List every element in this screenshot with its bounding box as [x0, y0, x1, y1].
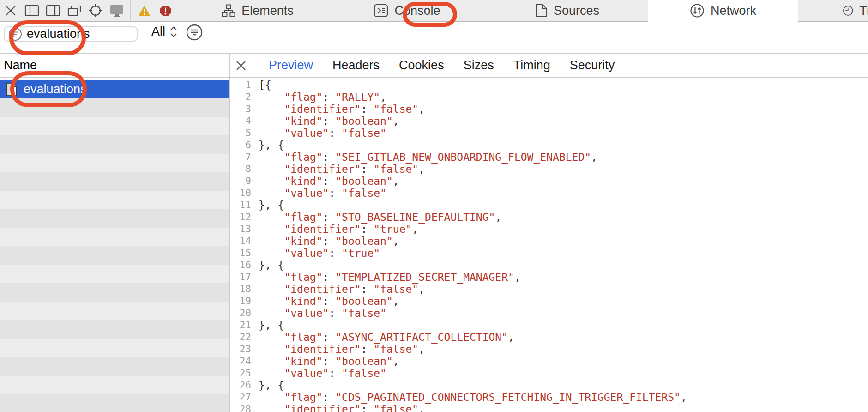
- request-list-empty-row: [0, 98, 229, 117]
- json-preview-pane[interactable]: 1234567891011121314151617181920212223242…: [230, 78, 868, 412]
- request-list-empty-row: [0, 117, 229, 135]
- tab-console-label: Console: [394, 4, 440, 18]
- resource-type-value: All: [151, 24, 165, 39]
- tab-preview[interactable]: Preview: [269, 58, 313, 73]
- request-row-label: evaluations: [24, 82, 87, 97]
- filter-options-button[interactable]: [186, 24, 203, 41]
- document-icon: [6, 82, 18, 97]
- request-list-empty-row: [0, 135, 229, 154]
- inspect-element-button[interactable]: [85, 0, 106, 21]
- sources-file-icon: [536, 4, 548, 18]
- sidebar-right-icon: [46, 4, 60, 17]
- name-column-header[interactable]: Name: [0, 54, 229, 78]
- tab-cookies[interactable]: Cookies: [399, 58, 444, 73]
- filter-options-icon: [186, 24, 203, 41]
- monitor-icon: [109, 4, 124, 18]
- resource-filter-value: evaluations: [27, 27, 90, 41]
- crosshair-icon: [89, 4, 102, 18]
- tab-console[interactable]: Console: [327, 0, 488, 22]
- request-list-empty-row: [0, 191, 229, 209]
- elements-icon: [222, 4, 235, 17]
- resource-type-dropdown[interactable]: All: [151, 24, 177, 39]
- warnings-button[interactable]: [133, 0, 155, 21]
- request-list-empty-row: [0, 376, 229, 394]
- warning-icon: [138, 5, 151, 17]
- filter-icon: [8, 27, 22, 41]
- tab-elements[interactable]: Elements: [188, 0, 327, 22]
- name-column-label: Name: [4, 58, 37, 73]
- request-list-empty-row: [0, 357, 229, 376]
- request-row-evaluations[interactable]: evaluations: [0, 80, 229, 98]
- dock-right-button[interactable]: [42, 0, 64, 21]
- request-list-empty-row: [0, 394, 229, 412]
- tab-sizes[interactable]: Sizes: [464, 58, 494, 73]
- request-list-empty-row: [0, 209, 229, 228]
- tab-timing[interactable]: Timing: [513, 58, 550, 73]
- tab-network[interactable]: Network: [648, 0, 799, 22]
- request-list-empty-row: [0, 302, 229, 320]
- toolbar-separator: [130, 0, 131, 21]
- dock-side-button[interactable]: [21, 0, 42, 21]
- resource-filter-input[interactable]: evaluations: [4, 26, 138, 42]
- errors-button[interactable]: [155, 0, 176, 21]
- tab-security[interactable]: Security: [570, 58, 615, 73]
- stepper-chevrons-icon: [170, 26, 177, 38]
- console-icon: [374, 4, 388, 18]
- tab-headers[interactable]: Headers: [332, 58, 380, 73]
- cascade-windows-icon: [67, 4, 82, 18]
- sidebar-left-icon: [24, 4, 39, 17]
- requests-list: evaluations: [0, 80, 229, 412]
- close-detail-icon[interactable]: [235, 60, 247, 71]
- device-settings-button[interactable]: [106, 0, 127, 21]
- request-list-empty-row: [0, 228, 229, 246]
- request-list-empty-row: [0, 320, 229, 339]
- line-number-gutter: 1234567891011121314151617181920212223242…: [230, 78, 255, 412]
- close-icon: [4, 4, 17, 17]
- clock-icon: [843, 3, 853, 18]
- undock-button[interactable]: [64, 0, 85, 21]
- close-inspector-button[interactable]: [0, 0, 21, 21]
- tab-sources-label: Sources: [554, 4, 599, 18]
- tab-sources[interactable]: Sources: [487, 0, 648, 22]
- resource-detail-tabs: Preview Headers Cookies Sizes Timing Sec…: [230, 54, 868, 78]
- inspector-toolbar: [0, 0, 188, 22]
- request-list-empty-row: [0, 339, 229, 357]
- network-filter-bar: evaluations All: [0, 22, 868, 53]
- request-list-empty-row: [0, 283, 229, 302]
- request-list-empty-row: [0, 265, 229, 283]
- inspector-tab-bar: Elements Console Sources Network Timelin…: [0, 0, 868, 22]
- json-source-text: [{ "flag": "RALLY", "identifier": "false…: [255, 78, 868, 412]
- request-list-empty-row: [0, 246, 229, 265]
- tab-network-label: Network: [711, 4, 756, 18]
- tab-elements-label: Elements: [241, 4, 294, 18]
- request-list-empty-row: [0, 154, 229, 172]
- request-list-empty-row: [0, 172, 229, 191]
- tab-timelines-label: Timelines: [859, 4, 868, 18]
- network-icon: [690, 3, 705, 18]
- tab-timelines[interactable]: Timelines: [798, 0, 868, 22]
- error-icon: [160, 5, 171, 17]
